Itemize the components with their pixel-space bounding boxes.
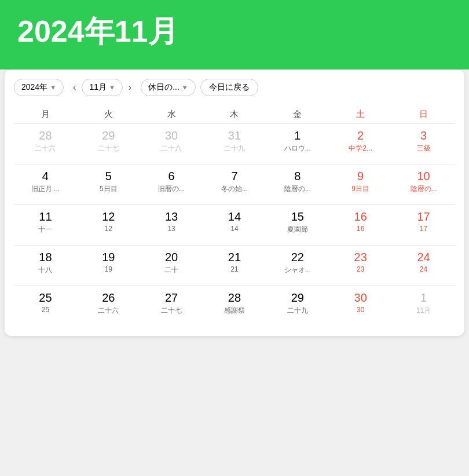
day-subtitle: 夏園節	[268, 225, 327, 235]
day-number: 2	[331, 129, 390, 142]
day-subtitle: 19	[79, 265, 138, 273]
calendar-day[interactable]: 111月	[392, 286, 455, 327]
day-number: 28	[206, 291, 264, 305]
day-subtitle: シャオ...	[268, 265, 327, 275]
day-number: 30	[142, 129, 201, 142]
calendar-day[interactable]: 30二十八	[140, 124, 203, 164]
calendar-day[interactable]: 2424	[392, 246, 455, 286]
calendar-day[interactable]: 6旧暦の...	[140, 164, 203, 205]
calendar-day[interactable]: 2121	[203, 246, 266, 286]
calendar-week-row: 11十一12121313141415夏園節16161717	[14, 205, 455, 246]
prev-month-button[interactable]: ‹	[68, 80, 80, 95]
year-selector[interactable]: 2024年 ▼	[14, 79, 64, 96]
calendar-day[interactable]: 1616	[329, 205, 392, 246]
day-subtitle: 陰暦の...	[394, 184, 453, 194]
day-subtitle: 二十九	[268, 306, 327, 316]
day-subtitle: 十一	[16, 225, 75, 235]
day-number: 12	[79, 210, 138, 224]
month-selector[interactable]: 11月 ▼	[82, 79, 122, 96]
day-subtitle: 感謝祭	[206, 306, 264, 316]
day-number: 15	[268, 210, 327, 224]
day-number: 8	[268, 169, 327, 183]
calendar-day[interactable]: 1717	[392, 205, 455, 246]
calendar-day[interactable]: 31二十九	[203, 124, 266, 164]
day-subtitle: 二十六	[16, 144, 75, 153]
day-number: 31	[206, 129, 264, 142]
calendar-day[interactable]: 26二十六	[77, 286, 140, 327]
weekday-tue: 火	[77, 105, 140, 124]
calendar-day[interactable]: 2525	[14, 286, 77, 327]
calendar-day[interactable]: 22シャオ...	[266, 246, 329, 286]
calendar-day[interactable]: 29二十七	[77, 124, 140, 164]
calendar-day[interactable]: 27二十七	[140, 286, 203, 327]
weekday-sun: 日	[392, 105, 455, 124]
day-number: 25	[16, 291, 75, 305]
day-subtitle: ハロウ...	[268, 144, 327, 153]
year-label: 2024年	[21, 82, 47, 93]
calendar-week-row: 28二十六29二十七30二十八31二十九1ハロウ...2中学2...3三級	[14, 124, 455, 164]
day-number: 9	[331, 169, 390, 183]
day-number: 26	[79, 291, 138, 305]
weekday-header-row: 月 火 水 木 金 土 日	[14, 105, 455, 124]
calendar-day[interactable]: 18十八	[14, 246, 77, 286]
calendar-day[interactable]: 1ハロウ...	[266, 124, 329, 164]
calendar-day[interactable]: 10陰暦の...	[392, 164, 455, 205]
calendar-day[interactable]: 1414	[203, 205, 266, 246]
day-subtitle: 12	[79, 225, 138, 233]
calendar-day[interactable]: 3030	[329, 286, 392, 327]
calendar-day[interactable]: 11十一	[14, 205, 77, 246]
today-button[interactable]: 今日に戻る	[200, 79, 258, 96]
day-subtitle: 二十六	[79, 306, 138, 316]
calendar-day[interactable]: 4旧正月 ...	[14, 164, 77, 205]
day-number: 14	[206, 210, 264, 224]
day-number: 17	[394, 210, 453, 224]
calendar-day[interactable]: 8陰暦の...	[266, 164, 329, 205]
day-number: 4	[16, 169, 75, 183]
weekday-thu: 木	[203, 105, 266, 124]
day-number: 5	[79, 169, 138, 183]
month-chevron-icon: ▼	[109, 84, 115, 91]
day-subtitle: 14	[206, 225, 264, 233]
day-number: 29	[268, 291, 327, 305]
calendar-day[interactable]: 28二十六	[14, 124, 77, 164]
calendar-day[interactable]: 2中学2...	[329, 124, 392, 164]
calendar-day[interactable]: 15夏園節	[266, 205, 329, 246]
day-subtitle: 二十七	[79, 144, 138, 153]
calendar-container: 2024年 ▼ ‹ 11月 ▼ › 休日の... ▼ 今日に戻る 月 火 水 木…	[5, 69, 464, 336]
next-month-button[interactable]: ›	[124, 80, 136, 95]
weekday-wed: 水	[140, 105, 203, 124]
calendar-day[interactable]: 29二十九	[266, 286, 329, 327]
day-number: 6	[142, 169, 201, 183]
calendar-week-row: 4旧正月 ...55日目6旧暦の...7冬の始...8陰暦の...99日目10陰…	[14, 164, 455, 205]
calendar-week-row: 252526二十六27二十七28感謝祭29二十九3030111月	[14, 286, 455, 327]
calendar-day[interactable]: 28感謝祭	[203, 286, 266, 327]
day-subtitle: 16	[331, 225, 390, 233]
day-subtitle: 25	[16, 306, 75, 314]
day-number: 22	[268, 250, 327, 264]
weekday-sat: 土	[329, 105, 392, 124]
day-subtitle: 21	[206, 265, 264, 273]
day-subtitle: 17	[394, 225, 453, 233]
holiday-selector[interactable]: 休日の... ▼	[141, 79, 196, 96]
day-subtitle: 13	[142, 225, 201, 233]
calendar-day[interactable]: 1212	[77, 205, 140, 246]
day-number: 28	[16, 129, 75, 142]
calendar-day[interactable]: 55日目	[77, 164, 140, 205]
toolbar: 2024年 ▼ ‹ 11月 ▼ › 休日の... ▼ 今日に戻る	[14, 79, 455, 96]
day-number: 1	[394, 291, 453, 305]
calendar-day[interactable]: 2323	[329, 246, 392, 286]
calendar-day[interactable]: 1919	[77, 246, 140, 286]
calendar-day[interactable]: 7冬の始...	[203, 164, 266, 205]
weekday-fri: 金	[266, 105, 329, 124]
calendar-day[interactable]: 3三級	[392, 124, 455, 164]
day-subtitle: 二十九	[206, 144, 264, 153]
calendar-day[interactable]: 99日目	[329, 164, 392, 205]
holiday-label: 休日の...	[148, 82, 179, 93]
day-subtitle: 5日目	[79, 184, 138, 194]
day-number: 16	[331, 210, 390, 224]
day-subtitle: 11月	[394, 306, 453, 316]
day-number: 19	[79, 250, 138, 264]
calendar-day[interactable]: 1313	[140, 205, 203, 246]
day-number: 20	[142, 250, 201, 264]
calendar-day[interactable]: 20二十	[140, 246, 203, 286]
